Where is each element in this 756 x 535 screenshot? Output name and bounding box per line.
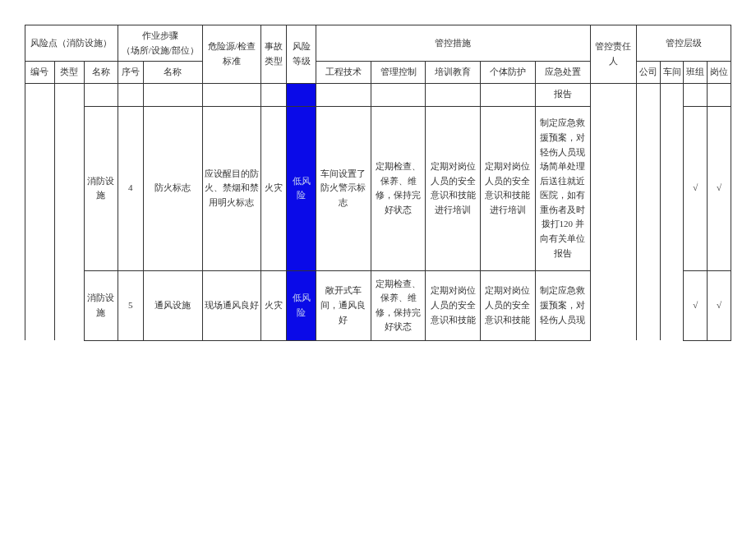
header-name2: 名称 — [143, 62, 202, 84]
cell-id — [25, 83, 55, 340]
cell-workshop — [660, 83, 684, 340]
header-type: 类型 — [54, 62, 84, 84]
cell-protection: 定期对岗位人员的安全意识和技能 — [481, 270, 536, 340]
cell-engineering: 车间设置了防火警示标志 — [316, 106, 371, 270]
cell-step-name: 通风设施 — [143, 270, 202, 340]
header-responsible: 管控责任人 — [590, 25, 636, 84]
header-engineering: 工程技术 — [316, 62, 371, 84]
cell-risk — [287, 83, 316, 106]
header-id: 编号 — [25, 62, 55, 84]
cell-seq: 4 — [118, 106, 143, 270]
table-row: 报告 — [25, 83, 731, 106]
cell-post — [708, 83, 731, 106]
cell-accident: 火灾 — [261, 270, 287, 340]
header-emergency: 应急处置 — [535, 62, 590, 84]
cell-team: √ — [684, 106, 708, 270]
cell-name: 消防设施 — [84, 270, 118, 340]
cell-step-name: 防火标志 — [143, 106, 202, 270]
header-company: 公司 — [636, 62, 660, 84]
cell-training: 定期对岗位人员的安全意识和技能进行培训 — [426, 106, 481, 270]
header-hazard: 危险源/检查标准 — [202, 25, 261, 84]
header-management: 管理控制 — [371, 62, 426, 84]
cell-management: 定期检查、保养、维修，保持完好状态 — [371, 270, 426, 340]
cell-risk: 低风险 — [287, 270, 316, 340]
cell-training — [426, 83, 481, 106]
cell-name — [84, 83, 118, 106]
header-name: 名称 — [84, 62, 118, 84]
header-training: 培训教育 — [426, 62, 481, 84]
cell-seq — [118, 83, 143, 106]
cell-management — [371, 83, 426, 106]
cell-accident: 火灾 — [261, 106, 287, 270]
header-workshop: 车间 — [660, 62, 684, 84]
risk-assessment-table: 风险点（消防设施） 作业步骤 （场所/设施/部位） 危险源/检查标准 事故类型 … — [25, 25, 731, 341]
cell-company — [636, 83, 660, 340]
header-accident-type: 事故类型 — [261, 25, 287, 84]
header-seq: 序号 — [118, 62, 143, 84]
header-protection: 个体防护 — [481, 62, 536, 84]
cell-engineering: 敞开式车间，通风良好 — [316, 270, 371, 340]
header-control-measures: 管控措施 — [316, 25, 591, 62]
cell-post: √ — [708, 270, 731, 340]
cell-type — [54, 83, 84, 340]
cell-hazard — [202, 83, 261, 106]
cell-emergency: 报告 — [535, 83, 590, 106]
cell-step-name — [143, 83, 202, 106]
cell-accident — [261, 83, 287, 106]
header-risk-point: 风险点（消防设施） — [25, 25, 118, 62]
cell-hazard: 现场通风良好 — [202, 270, 261, 340]
cell-hazard: 应设醒目的防火、禁烟和禁用明火标志 — [202, 106, 261, 270]
cell-protection: 定期对岗位人员的安全意识和技能进行培训 — [481, 106, 536, 270]
cell-responsible — [590, 83, 636, 340]
cell-post: √ — [708, 106, 731, 270]
header-work-step: 作业步骤 （场所/设施/部位） — [118, 25, 202, 62]
cell-seq: 5 — [118, 270, 143, 340]
header-post: 岗位 — [708, 62, 731, 84]
cell-emergency: 制定应急救援预案，对轻伤人员现场简单处理后送往就近医院，如有重伤者及时拨打120… — [535, 106, 590, 270]
cell-team — [684, 83, 708, 106]
cell-team: √ — [684, 270, 708, 340]
cell-name: 消防设施 — [84, 106, 118, 270]
header-risk-level: 风险等级 — [287, 25, 316, 84]
table-header: 风险点（消防设施） 作业步骤 （场所/设施/部位） 危险源/检查标准 事故类型 … — [25, 25, 731, 84]
cell-training: 定期对岗位人员的安全意识和技能 — [426, 270, 481, 340]
header-control-level: 管控层级 — [636, 25, 731, 62]
cell-emergency: 制定应急救援预案，对轻伤人员现 — [535, 270, 590, 340]
cell-management: 定期检查、保养、维修，保持完好状态 — [371, 106, 426, 270]
header-team: 班组 — [684, 62, 708, 84]
cell-risk: 低风险 — [287, 106, 316, 270]
cell-protection — [481, 83, 536, 106]
cell-engineering — [316, 83, 371, 106]
